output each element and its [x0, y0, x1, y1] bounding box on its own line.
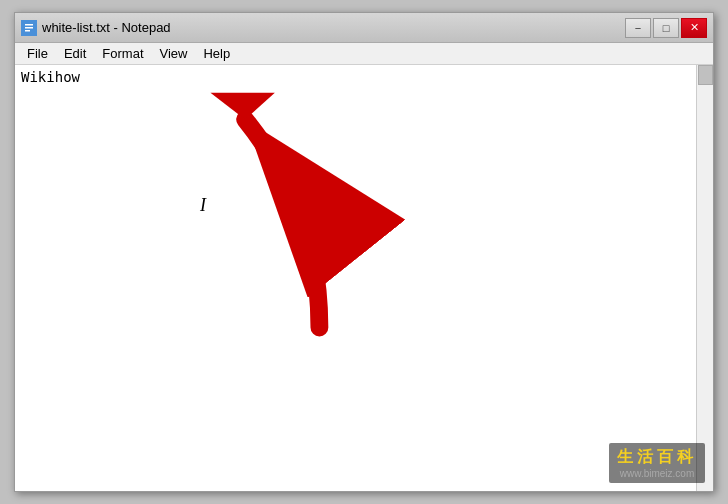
watermark-url: www.bimeiz.com	[617, 468, 697, 479]
scrollbar-thumb[interactable]	[698, 65, 713, 85]
title-bar: white-list.txt - Notepad − □ ✕	[15, 13, 713, 43]
close-button[interactable]: ✕	[681, 18, 707, 38]
svg-rect-1	[25, 24, 33, 26]
svg-marker-5	[210, 93, 274, 120]
window-title: white-list.txt - Notepad	[42, 20, 171, 35]
notepad-window: white-list.txt - Notepad − □ ✕ File Edit…	[14, 12, 714, 492]
window-controls: − □ ✕	[625, 18, 707, 38]
menu-edit[interactable]: Edit	[56, 44, 94, 63]
svg-rect-3	[25, 30, 30, 32]
menu-view[interactable]: View	[152, 44, 196, 63]
watermark: 生活百科 www.bimeiz.com	[609, 443, 705, 483]
app-icon	[21, 20, 37, 36]
restore-button[interactable]: □	[653, 18, 679, 38]
menu-file[interactable]: File	[19, 44, 56, 63]
scrollbar-vertical[interactable]	[696, 65, 713, 491]
annotation-arrow	[15, 65, 713, 491]
editor-area[interactable]: Wikihow I 生活百科 www.bimeiz.com	[15, 65, 713, 491]
cursor-indicator: I	[200, 195, 206, 216]
watermark-chinese: 生活百科	[617, 447, 697, 468]
minimize-button[interactable]: −	[625, 18, 651, 38]
editor-text-content: Wikihow	[21, 69, 80, 85]
menu-help[interactable]: Help	[195, 44, 238, 63]
svg-rect-2	[25, 27, 33, 29]
menu-bar: File Edit Format View Help	[15, 43, 713, 65]
title-bar-left: white-list.txt - Notepad	[21, 20, 171, 36]
menu-format[interactable]: Format	[94, 44, 151, 63]
